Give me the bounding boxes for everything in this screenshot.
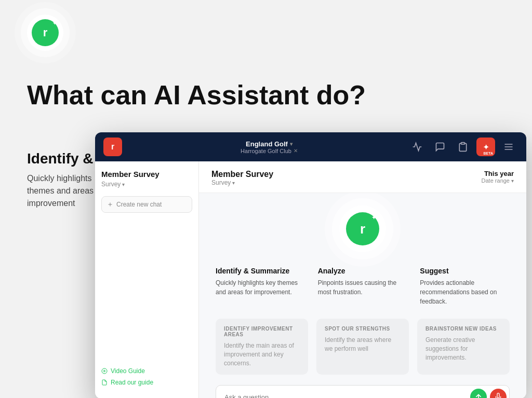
feature-analyze-desc: Pinpoints issues causing the most frustr…	[318, 278, 408, 297]
central-header-left: Member Survey Survey ▾	[211, 170, 273, 186]
action-card-strengths[interactable]: SPOT OUR STRENGTHS Identify the areas wh…	[316, 319, 409, 375]
feature-card-suggest: Suggest Provides actionable recommendati…	[420, 267, 510, 306]
bg-headline: What can AI Assistant do?	[27, 80, 366, 110]
chat-input-wrap	[216, 385, 510, 398]
read-guide-label: Read our guide	[111, 379, 153, 386]
video-guide-label: Video Guide	[111, 367, 145, 375]
ai-section: r Identify & Summarize Quickly highlight…	[199, 193, 526, 398]
sidebar: Member Survey Survey ▾ Create new chat	[95, 161, 199, 398]
ai-logo-inner: r	[346, 212, 379, 245]
main-content: Member Survey Survey ▾ Create new chat	[95, 161, 526, 398]
feature-suggest-desc: Provides actionable recommendations base…	[420, 278, 510, 306]
org-name[interactable]: England Golf ▾	[246, 140, 292, 148]
feature-cards: Identify & Summarize Quickly highlights …	[216, 267, 510, 306]
action-cards: IDENTIFY IMPROVEMENT AREAS Identify the …	[216, 319, 510, 375]
date-range-chevron-icon: ▾	[511, 178, 514, 184]
bg-logo-inner: r	[32, 19, 59, 46]
action-card-improvement[interactable]: IDENTIFY IMPROVEMENT AREAS Identify the …	[216, 319, 308, 375]
action-brainstorm-desc: Generate creative suggestions for improv…	[425, 336, 501, 362]
app-window: r England Golf ▾ Harrogate Golf Club ✕	[95, 132, 526, 398]
navbar: r England Golf ▾ Harrogate Golf Club ✕	[95, 132, 526, 161]
menu-icon-btn[interactable]	[499, 138, 518, 156]
page-sub[interactable]: Survey ▾	[211, 179, 273, 186]
ai-logo-wrap: r	[339, 205, 386, 252]
sidebar-subtitle[interactable]: Survey ▾	[101, 181, 192, 188]
feature-card-identify: Identify & Summarize Quickly highlights …	[216, 267, 305, 306]
page-sub-chevron-icon: ▾	[232, 180, 235, 186]
sidebar-header: Member Survey Survey ▾	[101, 170, 192, 188]
ai-icon-btn[interactable]: ✦ BETA	[476, 138, 495, 156]
action-card-brainstorm[interactable]: BRAINSTORM NEW IDEAS Generate creative s…	[417, 319, 510, 375]
org-close-icon[interactable]: ✕	[294, 148, 298, 154]
sidebar-chevron-icon: ▾	[122, 182, 125, 187]
feature-analyze-title: Analyze	[318, 267, 408, 275]
ai-logo-circle: r	[339, 205, 386, 252]
bg-logo: r	[27, 15, 63, 51]
nav-icons: ✦ BETA	[408, 138, 518, 156]
beta-badge: BETA	[482, 152, 494, 155]
chat-input[interactable]	[216, 385, 510, 398]
central-area: Member Survey Survey ▾ This year Date ra…	[199, 161, 526, 398]
clipboard-icon-btn[interactable]	[454, 138, 472, 156]
feature-identify-title: Identify & Summarize	[216, 267, 305, 275]
action-improvement-desc: Identify the main areas of improvement a…	[224, 341, 300, 367]
svg-point-4	[102, 368, 107, 374]
video-guide-link[interactable]: Video Guide	[101, 367, 192, 375]
action-strengths-desc: Identify the areas where we perform well	[325, 336, 401, 353]
chart-icon-btn[interactable]	[408, 138, 427, 156]
org-sub[interactable]: Harrogate Golf Club ✕	[241, 148, 298, 154]
nav-org: England Golf ▾ Harrogate Golf Club ✕	[130, 140, 408, 154]
feature-identify-desc: Quickly highlights key themes and areas …	[216, 278, 305, 297]
action-improvement-title: IDENTIFY IMPROVEMENT AREAS	[224, 326, 300, 337]
message-icon-btn[interactable]	[431, 138, 449, 156]
svg-rect-0	[461, 143, 465, 144]
sidebar-title: Member Survey	[101, 170, 192, 179]
new-chat-button[interactable]: Create new chat	[101, 196, 192, 213]
feature-suggest-title: Suggest	[420, 267, 510, 275]
nav-logo: r	[103, 138, 122, 156]
feature-card-analyze: Analyze Pinpoints issues causing the mos…	[318, 267, 408, 306]
sidebar-footer: Video Guide Read our guide	[101, 367, 192, 390]
read-guide-link[interactable]: Read our guide	[101, 379, 192, 386]
action-strengths-title: SPOT OUR STRENGTHS	[325, 326, 401, 332]
date-range-label: This year	[482, 170, 514, 177]
main-headline: What can AI Assistant do?	[27, 80, 366, 110]
central-header: Member Survey Survey ▾ This year Date ra…	[199, 161, 526, 193]
org-chevron-icon: ▾	[290, 141, 292, 147]
action-brainstorm-title: BRAINSTORM NEW IDEAS	[425, 326, 501, 332]
date-range-sub[interactable]: Date range ▾	[482, 177, 514, 184]
central-header-right: This year Date range ▾	[482, 170, 514, 184]
page-title: Member Survey	[211, 170, 273, 179]
svg-marker-5	[104, 370, 105, 372]
